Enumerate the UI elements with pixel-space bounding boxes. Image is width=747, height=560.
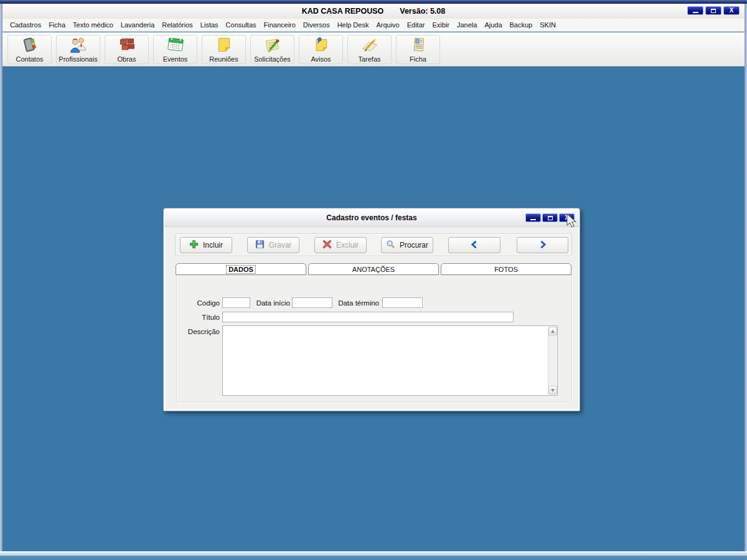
- incluir-button[interactable]: Incluir: [180, 237, 232, 253]
- people-icon: [69, 36, 88, 55]
- paper-pencil-icon: [360, 36, 379, 55]
- menu-item-diversos[interactable]: Diversos: [303, 21, 330, 29]
- descricao-scrollbar[interactable]: [548, 327, 557, 394]
- descricao-input[interactable]: [223, 326, 548, 395]
- dialog-titlebar[interactable]: Cadastro eventos / festas X: [164, 209, 579, 227]
- dialog-minimize-button[interactable]: [525, 213, 541, 222]
- document-icon: [409, 36, 428, 55]
- menu-item-ajuda[interactable]: Ajuda: [484, 21, 502, 29]
- main-titlebar: KAD CASA REPOUSO Versão: 5.08 X: [2, 4, 745, 19]
- plus-icon: [189, 240, 199, 251]
- scroll-up-icon: [551, 330, 555, 333]
- descricao-field: [222, 325, 558, 396]
- menu-item-listas[interactable]: Listas: [200, 21, 218, 29]
- app-version: Versão: 5.08: [400, 7, 445, 16]
- maximize-button[interactable]: [705, 6, 721, 15]
- pinned-note-icon: [312, 36, 331, 55]
- toolbar-button-label: Contatos: [16, 55, 43, 63]
- toolbar-button-contatos[interactable]: Contatos: [7, 35, 52, 64]
- toolbar-button-reunioes[interactable]: Reuniões: [202, 35, 246, 64]
- menu-item-skin[interactable]: SKIN: [540, 21, 556, 29]
- scroll-down-button[interactable]: [548, 386, 557, 394]
- toolbar-button-avisos[interactable]: Avisos: [299, 35, 343, 64]
- tab-dados[interactable]: DADOS: [176, 263, 306, 275]
- mouse-cursor: [565, 213, 578, 230]
- toolbar-button-label: Obras: [118, 55, 136, 63]
- menu-item-relatorios[interactable]: Relatórios: [162, 21, 193, 29]
- main-toolbar: Contatos Profissionais Obras Eventos Reu…: [2, 32, 745, 67]
- calendar-icon: [166, 36, 185, 55]
- chevron-left-icon: [470, 240, 479, 251]
- data-inicio-label: Data início: [247, 299, 290, 307]
- dialog-action-panel: Incluir Gravar Excluir Procurar: [175, 233, 572, 256]
- main-window-controls: X: [687, 6, 740, 15]
- data-inicio-input[interactable]: [292, 297, 332, 308]
- excluir-button[interactable]: Excluir: [314, 237, 367, 253]
- next-record-button[interactable]: [517, 237, 568, 253]
- minimize-icon: [693, 12, 698, 13]
- excluir-label: Excluir: [336, 241, 359, 250]
- menu-item-financeiro[interactable]: Financeiro: [264, 21, 296, 29]
- toolbar-button-tarefas[interactable]: Tarefas: [347, 35, 392, 64]
- procurar-label: Procurar: [400, 241, 428, 250]
- menu-item-consultas[interactable]: Consultas: [226, 21, 256, 29]
- toolbar-button-solicitacoes[interactable]: Solicitações: [250, 35, 294, 64]
- menu-item-texto-medico[interactable]: Texto médico: [73, 21, 113, 29]
- data-termino-label: Data término: [329, 299, 379, 307]
- app-title: KAD CASA REPOUSO: [302, 7, 384, 16]
- toolbar-button-label: Avisos: [311, 55, 331, 63]
- toolbar-button-profissionais[interactable]: Profissionais: [56, 35, 100, 64]
- menu-item-janela[interactable]: Janela: [457, 21, 477, 29]
- menu-item-ficha[interactable]: Ficha: [49, 21, 65, 29]
- toolbar-button-ficha[interactable]: Ficha: [396, 35, 440, 64]
- toolbar-button-label: Solicitações: [254, 55, 291, 63]
- scroll-down-icon: [551, 389, 555, 392]
- toolbar-button-eventos[interactable]: Eventos: [153, 35, 197, 64]
- menu-item-editar[interactable]: Editar: [407, 21, 425, 29]
- toolbar-button-obras[interactable]: Obras: [105, 35, 149, 64]
- dialog-maximize-button[interactable]: [542, 213, 558, 222]
- descricao-label: Descrição: [170, 328, 220, 335]
- chevron-right-icon: [538, 240, 547, 251]
- titulo-input[interactable]: [222, 312, 514, 322]
- minimize-button[interactable]: [687, 6, 703, 15]
- procurar-button[interactable]: Procurar: [381, 237, 433, 253]
- sticky-note-icon: [215, 36, 233, 55]
- delete-icon: [322, 240, 332, 251]
- data-termino-input[interactable]: [382, 297, 423, 308]
- save-icon: [255, 240, 265, 251]
- incluir-label: Incluir: [203, 241, 223, 250]
- window-frame-bottom: [0, 551, 747, 560]
- menu-item-backup[interactable]: Backup: [510, 21, 533, 29]
- dialog-title: Cadastro eventos / festas: [326, 213, 416, 222]
- close-icon: X: [730, 7, 734, 14]
- maximize-icon: [548, 216, 553, 220]
- toolbar-button-label: Reuniões: [209, 55, 238, 63]
- toolbar-button-label: Tarefas: [358, 55, 380, 63]
- menu-item-exibir[interactable]: Exibir: [432, 21, 449, 29]
- codigo-label: Codigo: [176, 299, 220, 307]
- address-book-icon: [21, 36, 39, 55]
- menu-bar: Cadastros Ficha Texto médico Lavanderia …: [2, 19, 745, 32]
- gravar-button[interactable]: Gravar: [247, 237, 299, 253]
- previous-record-button[interactable]: [448, 237, 500, 253]
- scroll-up-button[interactable]: [548, 327, 557, 335]
- titulo-label: Título: [176, 314, 220, 321]
- toolbar-button-label: Ficha: [410, 55, 426, 63]
- menu-item-help-desk[interactable]: Help Desk: [337, 21, 369, 29]
- note-pencil-icon: [263, 36, 282, 55]
- toolbar-button-label: Profissionais: [59, 55, 97, 63]
- bricks-icon: [118, 36, 136, 55]
- gravar-label: Gravar: [269, 241, 292, 250]
- close-button[interactable]: X: [723, 6, 740, 15]
- search-icon: [386, 240, 395, 251]
- tab-fotos[interactable]: FOTOS: [441, 263, 571, 275]
- toolbar-button-label: Eventos: [163, 55, 188, 63]
- dialog-tabs: DADOS ANOTAÇÕES FOTOS: [176, 263, 571, 275]
- menu-item-cadastros[interactable]: Cadastros: [10, 21, 41, 29]
- menu-item-lavanderia[interactable]: Lavanderia: [121, 21, 154, 29]
- menu-item-arquivo[interactable]: Arquivo: [376, 21, 399, 29]
- dialog-cadastro-eventos: Cadastro eventos / festas X Incluir Grav…: [163, 208, 580, 411]
- tab-anotacoes[interactable]: ANOTAÇÕES: [308, 263, 439, 275]
- window-frame-right: [745, 4, 747, 551]
